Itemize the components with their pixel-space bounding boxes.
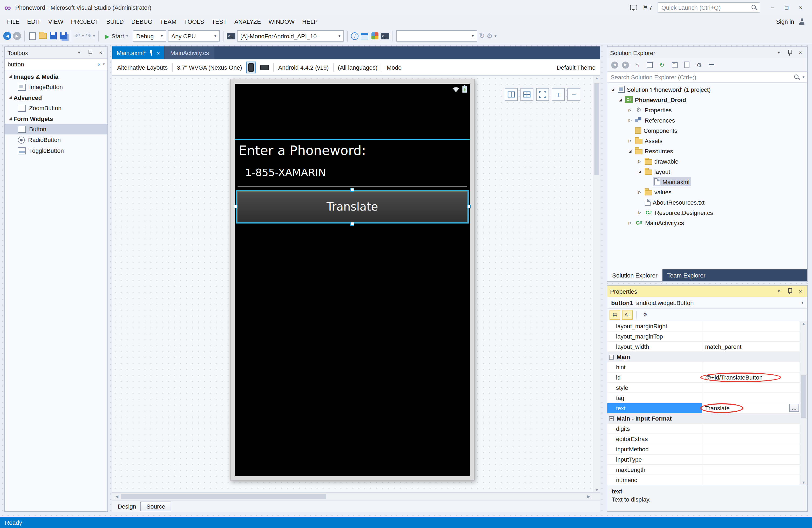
tab-team-explorer[interactable]: Team Explorer xyxy=(663,269,710,281)
collapsed-icon[interactable] xyxy=(627,221,633,225)
scroll-down-icon[interactable] xyxy=(593,488,600,492)
property-row-style[interactable]: style xyxy=(607,383,800,393)
resize-handle-bottom[interactable] xyxy=(350,222,354,226)
tree-item-main-axml[interactable]: Main.axml xyxy=(607,177,807,187)
scroll-up-icon[interactable] xyxy=(800,322,807,325)
sign-in-link[interactable]: Sign in xyxy=(776,18,794,25)
collapsed-icon[interactable] xyxy=(637,159,643,163)
landscape-toggle[interactable] xyxy=(260,64,269,70)
collapse-category-icon[interactable] xyxy=(609,416,614,421)
android-version-selector[interactable]: Android 4.4.2 (v19) xyxy=(278,64,329,71)
menu-team[interactable]: TEAM xyxy=(156,15,180,28)
quick-launch-input[interactable] xyxy=(658,4,751,11)
text-value[interactable]: Translate xyxy=(705,405,730,411)
collapsed-icon[interactable] xyxy=(627,108,633,112)
pin-icon[interactable] xyxy=(87,49,92,56)
navigate-back-icon[interactable] xyxy=(3,32,11,40)
tree-item-assets[interactable]: Assets xyxy=(607,135,807,146)
window-position-icon[interactable] xyxy=(775,48,783,57)
scrollbar-thumb[interactable] xyxy=(801,375,806,419)
expanded-icon[interactable] xyxy=(7,95,14,100)
alternative-layouts-button[interactable]: Alternative Layouts xyxy=(117,64,168,71)
phoneword-input-text[interactable]: 1-855-XAMARIN xyxy=(245,166,326,178)
expanded-icon[interactable] xyxy=(7,116,14,121)
home-icon[interactable] xyxy=(633,60,641,69)
device-target-combo[interactable]: [A]-MonoForAndroid_API_10 xyxy=(237,30,344,42)
property-row-layout-width[interactable]: layout_widthmatch_parent xyxy=(607,342,800,352)
property-pages-button[interactable] xyxy=(640,310,651,320)
scroll-left-icon[interactable] xyxy=(113,495,120,499)
chevron-down-icon[interactable] xyxy=(103,62,107,67)
tree-item-layout[interactable]: layout xyxy=(607,166,807,177)
minimize-button[interactable] xyxy=(766,2,780,13)
close-button[interactable] xyxy=(794,2,808,13)
tree-item-solution[interactable]: Solution 'Phoneword' (1 project) xyxy=(607,84,807,94)
property-row-hint[interactable]: hint xyxy=(607,362,800,372)
properties-scrollbar[interactable] xyxy=(800,321,807,485)
toolbox-item-zoombutton[interactable]: ZoomButton xyxy=(5,103,107,113)
scroll-down-icon[interactable] xyxy=(800,481,807,484)
chevron-down-icon[interactable] xyxy=(802,75,807,79)
maximize-button[interactable] xyxy=(780,2,794,13)
tree-item-phoneword-droid[interactable]: Phoneword_Droid xyxy=(607,94,807,105)
toolbox-group-form-widgets[interactable]: Form Widgets xyxy=(5,113,107,123)
category-row-main-input-format[interactable]: Main - Input Format xyxy=(607,413,800,424)
android-logcat-icon[interactable] xyxy=(227,33,236,39)
scrollbar-thumb[interactable] xyxy=(121,494,326,499)
alphabetical-view-button[interactable] xyxy=(622,310,633,320)
solution-search-box[interactable] xyxy=(607,71,807,83)
tree-item-resources[interactable]: Resources xyxy=(607,146,807,156)
toolbox-group-advanced[interactable]: Advanced xyxy=(5,92,107,103)
window-position-icon[interactable] xyxy=(775,287,783,295)
preview-toggle-icon[interactable] xyxy=(709,64,714,65)
command-window-icon[interactable] xyxy=(381,33,390,39)
quick-launch-box[interactable] xyxy=(657,2,760,13)
property-row-inputmethod[interactable]: inputMethod xyxy=(607,444,800,455)
undo-icon[interactable] xyxy=(74,32,81,40)
horizontal-scrollbar[interactable] xyxy=(112,493,600,500)
toolbox-item-button[interactable]: Button xyxy=(5,123,107,134)
tree-item-values[interactable]: values xyxy=(607,187,807,197)
pin-icon[interactable] xyxy=(787,49,792,56)
user-profile-icon[interactable] xyxy=(798,18,806,25)
zoom-out-button[interactable] xyxy=(567,88,580,101)
feedback-icon[interactable] xyxy=(630,5,637,10)
collapsed-icon[interactable] xyxy=(637,190,643,194)
source-tab[interactable]: Source xyxy=(141,501,171,511)
notifications-flag[interactable]: 7 xyxy=(642,4,652,11)
property-row-tag[interactable]: tag xyxy=(607,393,800,403)
scope-icon[interactable] xyxy=(647,62,652,68)
collapsed-icon[interactable] xyxy=(627,118,633,122)
tree-item-aboutresources-txt[interactable]: AboutResources.txt xyxy=(607,197,807,207)
phoneword-label[interactable]: Enter a Phoneword: xyxy=(238,143,366,158)
property-row-inputtype[interactable]: inputType xyxy=(607,455,800,465)
close-icon[interactable] xyxy=(796,48,804,57)
property-row-maxlength[interactable]: maxLength xyxy=(607,465,800,475)
expanded-icon[interactable] xyxy=(610,87,616,91)
toolbox-item-imagebutton[interactable]: ImageButton xyxy=(5,82,107,92)
expanded-icon[interactable] xyxy=(637,169,643,174)
close-icon[interactable] xyxy=(97,48,105,57)
tree-item-properties[interactable]: Properties xyxy=(607,105,807,115)
menu-tools[interactable]: TOOLS xyxy=(180,15,208,28)
categorized-view-button[interactable] xyxy=(610,310,620,320)
expanded-icon[interactable] xyxy=(627,149,633,153)
redo-icon[interactable] xyxy=(86,32,91,40)
resize-handle-right[interactable] xyxy=(467,205,471,208)
property-row-layout-margintop[interactable]: layout_marginTop xyxy=(607,332,800,342)
menu-file[interactable]: FILE xyxy=(3,15,23,28)
expanded-icon[interactable] xyxy=(617,98,624,102)
forward-icon[interactable] xyxy=(622,61,629,68)
layout-window-icon[interactable] xyxy=(361,33,368,39)
tree-item-resource-designer-cs[interactable]: Resource.Designer.cs xyxy=(607,207,807,218)
menu-window[interactable]: WINDOW xyxy=(265,15,299,28)
tab-solution-explorer[interactable]: Solution Explorer xyxy=(607,269,663,281)
menu-help[interactable]: HELP xyxy=(298,15,321,28)
close-icon[interactable] xyxy=(157,50,160,56)
toolbox-search-box[interactable] xyxy=(5,58,107,70)
ellipsis-button[interactable] xyxy=(789,404,799,412)
save-all-icon[interactable] xyxy=(60,32,67,40)
property-row-numeric[interactable]: numeric xyxy=(607,475,800,485)
toolbox-item-radiobutton[interactable]: RadioButton xyxy=(5,134,107,145)
configuration-combo[interactable]: Debug xyxy=(133,30,166,42)
